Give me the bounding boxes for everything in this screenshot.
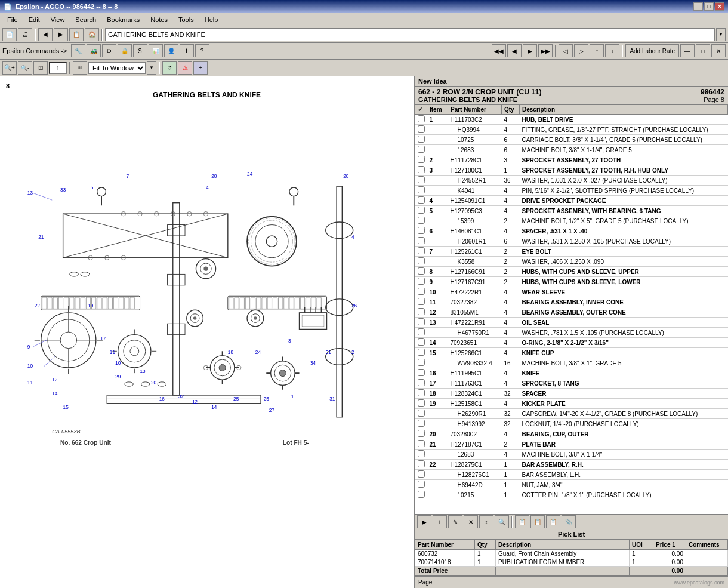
epsilon-btn1[interactable]: 🔧	[71, 44, 85, 57]
zoom-out-button[interactable]: 🔍-	[18, 61, 32, 75]
row-checkbox[interactable]	[415, 257, 427, 267]
table-row[interactable]: 6H146081C14SPACER, .531 X 1 X .40	[415, 226, 728, 236]
tb-home-button[interactable]: 🏠	[85, 28, 99, 41]
table-row[interactable]: H24552R136WASHER, 1.031 X 2.0 X .027 (PU…	[415, 176, 728, 186]
page-number-input[interactable]: 1	[49, 62, 67, 74]
tb-back-button[interactable]: ◀	[38, 28, 53, 41]
menu-notes[interactable]: Notes	[146, 15, 172, 24]
table-row[interactable]: 10H472222R14WEAR SLEEVE	[415, 287, 728, 297]
tb2-more3[interactable]: ✕	[711, 44, 726, 57]
table-row[interactable]: 1H111703C24HUB, BELT DRIVE	[415, 115, 728, 125]
tt-delete-button[interactable]: ✕	[464, 515, 478, 528]
table-row[interactable]: 126834MACHINE BOLT, 3/8" X 1-1/4"	[415, 450, 728, 460]
table-row[interactable]: WV908332-416MACHINE BOLT, 3/8" X 1", GRA…	[415, 358, 728, 368]
row-checkbox[interactable]	[415, 328, 427, 338]
row-checkbox[interactable]	[415, 176, 427, 186]
table-row[interactable]: H26290R132CAPSCREW, 1/4"-20 X 4-1/2", GR…	[415, 409, 728, 419]
epsilon-btn3[interactable]: ⚙	[102, 44, 116, 57]
table-row[interactable]: K35582WASHER, .406 X 1.250 X .090	[415, 257, 728, 267]
table-row[interactable]: 2H111728C13SPROCKET ASSEMBLY, 27 TOOTH	[415, 155, 728, 165]
menu-help[interactable]: Help	[200, 15, 223, 24]
row-checkbox[interactable]	[415, 267, 427, 277]
row-checkbox[interactable]	[415, 297, 427, 307]
maximize-button[interactable]: □	[704, 2, 714, 11]
table-row[interactable]: 12831055M14BEARING ASSEMBLY, OUTER CONE	[415, 307, 728, 318]
row-checkbox[interactable]	[415, 460, 427, 470]
row-checkbox[interactable]	[415, 368, 427, 378]
table-row[interactable]: 17H111763C14SPROCKET, 8 TANG	[415, 378, 728, 389]
table-row[interactable]: 5H127095C34SPROCKET ASSEMBLY, WITH BEARI…	[415, 206, 728, 216]
tt-play-button[interactable]: ▶	[417, 515, 431, 528]
row-checkbox[interactable]	[415, 125, 427, 135]
row-checkbox[interactable]	[415, 307, 427, 318]
row-checkbox[interactable]	[415, 470, 427, 480]
row-checkbox[interactable]	[415, 429, 427, 439]
table-row[interactable]: HQ39944FITTING, GREASE, 1/8"-27 PTF, STR…	[415, 125, 728, 135]
row-checkbox[interactable]	[415, 186, 427, 196]
epsilon-btn5[interactable]: $	[133, 44, 147, 57]
row-checkbox[interactable]	[415, 419, 427, 429]
menu-tools[interactable]: Tools	[174, 15, 199, 24]
menu-search[interactable]: Search	[70, 15, 101, 24]
table-row[interactable]: 19H125158C14KICKER PLATE	[415, 399, 728, 409]
tb2-fwd-button[interactable]: ▶	[523, 44, 537, 57]
row-checkbox[interactable]	[415, 389, 427, 399]
zoom-fit-button[interactable]: fit	[73, 61, 87, 75]
row-checkbox[interactable]	[415, 348, 427, 358]
row-checkbox[interactable]	[415, 216, 427, 226]
row-checkbox[interactable]	[415, 206, 427, 216]
tt-add-button[interactable]: +	[433, 515, 447, 528]
tb2-nav1[interactable]: ◁	[559, 44, 573, 57]
table-row[interactable]: 9H127167C912HUBS, WITH CUPS AND SLEEVE, …	[415, 277, 728, 287]
table-row[interactable]: 20703280024BEARING, CUP, OUTER	[415, 429, 728, 439]
table-row[interactable]: H941399232LOCKNUT, 1/4"-20 (PURCHASE LOC…	[415, 419, 728, 429]
row-checkbox[interactable]	[415, 145, 427, 155]
table-row[interactable]: 7H125261C12EYE BOLT	[415, 247, 728, 257]
table-row[interactable]: 15H125266C14KNIFE CUP	[415, 348, 728, 358]
tb2-last-button[interactable]: ▶▶	[538, 44, 553, 57]
table-row[interactable]: 18H128324C132SPACER	[415, 389, 728, 399]
row-checkbox[interactable]	[415, 236, 427, 247]
row-checkbox[interactable]	[415, 490, 427, 500]
table-row[interactable]: 13H472221R914OIL SEAL	[415, 318, 728, 328]
row-checkbox[interactable]	[415, 378, 427, 389]
tt-search-button[interactable]: 🔍	[495, 515, 509, 528]
add-labour-rate-button[interactable]: Add Labour Rate	[625, 44, 679, 57]
table-row[interactable]: H128276C11BAR ASSEMBLY, L.H.	[415, 470, 728, 480]
tt-edit-button[interactable]: ✎	[448, 515, 462, 528]
table-row[interactable]: 22H128275C11BAR ASSEMBLY, R.H.	[415, 460, 728, 470]
row-checkbox[interactable]	[415, 277, 427, 287]
table-row[interactable]: H69442D1NUT, JAM, 3/4"	[415, 480, 728, 490]
tb2-more2[interactable]: □	[696, 44, 710, 57]
tb-forward-button[interactable]: ▶	[54, 28, 68, 41]
row-checkbox[interactable]	[415, 155, 427, 165]
row-checkbox[interactable]	[415, 450, 427, 460]
tb-print-button[interactable]: 🖨	[18, 28, 32, 41]
table-row[interactable]: H467750R14WASHER, .781 X 1.5 X .105 (PUR…	[415, 328, 728, 338]
row-checkbox[interactable]	[415, 287, 427, 297]
table-row[interactable]: H20601R16WASHER, .531 X 1.250 X .105 (PU…	[415, 236, 728, 247]
row-checkbox[interactable]	[415, 135, 427, 145]
tt-sort-button[interactable]: ↕	[479, 515, 493, 528]
tb2-back-button[interactable]: ◀	[507, 44, 522, 57]
close-button[interactable]: ✕	[715, 2, 724, 11]
refresh-button[interactable]: ↺	[162, 61, 177, 75]
fit-dropdown[interactable]: Fit To Window Fit Width 100%	[88, 62, 146, 74]
minimize-button[interactable]: —	[693, 2, 703, 11]
row-checkbox[interactable]	[415, 399, 427, 409]
row-checkbox[interactable]	[415, 226, 427, 236]
tb2-nav2[interactable]: ▷	[574, 44, 588, 57]
tb2-nav4[interactable]: ↓	[605, 44, 619, 57]
tb2-prev-button[interactable]: ◀◀	[492, 44, 506, 57]
menu-bookmarks[interactable]: Bookmarks	[102, 15, 144, 24]
alert-button[interactable]: ⚠	[178, 61, 192, 75]
zoom-in-button[interactable]: 🔍+	[2, 61, 17, 75]
table-row[interactable]: 153992MACHINE BOLT, 1/2" X 5", GRADE 5 (…	[415, 216, 728, 226]
row-checkbox[interactable]	[415, 439, 427, 450]
epsilon-btn8[interactable]: ℹ	[180, 44, 194, 57]
row-checkbox[interactable]	[415, 480, 427, 490]
row-checkbox[interactable]	[415, 115, 427, 125]
doc-title-dropdown[interactable]: ▼	[716, 28, 726, 41]
row-checkbox[interactable]	[415, 338, 427, 348]
add-page-button[interactable]: +	[193, 61, 208, 75]
